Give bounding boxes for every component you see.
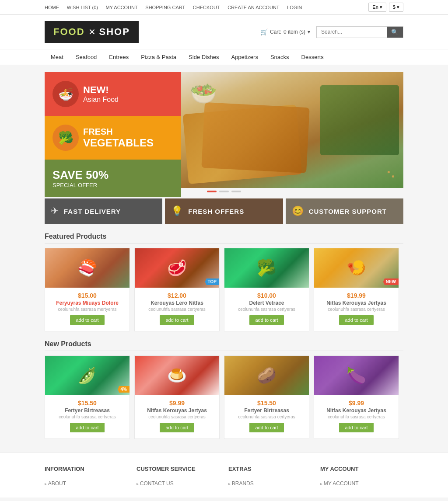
product-food-icon: 🍤 (346, 259, 366, 277)
nav-meat[interactable]: Meat (45, 49, 70, 65)
nav-entrees[interactable]: Entrees (103, 49, 135, 65)
feature-fast-delivery[interactable]: ✈ FAST DELIVERY (45, 198, 162, 224)
product-food-icon: 🍣 (77, 259, 97, 277)
add-to-cart-button[interactable]: add to cart (70, 315, 105, 325)
banner-special-label: SPECIAL OFFER (52, 182, 173, 188)
product-food-icon: 🍮 (167, 366, 187, 385)
product-price: $15.50 (45, 400, 130, 407)
fresh-offers-icon: 💡 (171, 205, 183, 217)
banner-asian-subtitle: Asian Food (83, 96, 119, 104)
product-description: ceolunuhfa sasrasa certyeras (45, 414, 130, 419)
footer-my-account-link[interactable]: MY ACCOUNT (320, 480, 403, 487)
product-card: 🍤 NEW $19.99 Nitfas Kerouyas Jertyas ceo… (314, 248, 399, 331)
banner-save-label: SAVE 50% (52, 168, 173, 182)
footer-customer-service-title: CUSTOMER SERVICE (136, 466, 220, 475)
product-card: 🍣 $15.00 Feryuyras Miuays Dolore ceolunu… (45, 248, 130, 331)
add-to-cart-button[interactable]: add to cart (160, 315, 195, 325)
product-name: Nitfas Kerouyas Jertyas (314, 407, 399, 414)
nav-cart[interactable]: SHOPPING CART (145, 5, 185, 10)
product-food-icon: 🍆 (346, 366, 366, 385)
banner-vegetables[interactable]: 🥦 FRESH VEGETABLES (45, 116, 181, 160)
product-badge: TOP (205, 278, 219, 285)
feature-fresh-offers[interactable]: 💡 FRESH OFFERS (165, 198, 283, 224)
vegetables-image: 🥦 (52, 125, 79, 151)
language-selector[interactable]: En ▾ (368, 3, 386, 12)
add-to-cart-button[interactable]: add to cart (249, 315, 284, 325)
add-to-cart-button[interactable]: add to cart (160, 423, 195, 432)
nav-login[interactable]: LOGIN (287, 5, 302, 10)
hero-left-banners: 🍜 NEW! Asian Food 🥦 FRESH VEGETABLES SAV… (45, 72, 181, 188)
add-to-cart-button[interactable]: add to cart (339, 315, 374, 325)
cart-button[interactable]: 🛒 Cart: 0 item (s) ▾ (260, 28, 310, 35)
banner-fresh-label: FRESH (83, 127, 154, 137)
footer-information: INFORMATION ABOUT (45, 466, 128, 489)
asian-food-image: 🍜 (52, 81, 79, 107)
product-description: ceolunuhfa sasrasa certyeras (314, 414, 399, 419)
logo-icon: ✕ (88, 27, 96, 37)
nav-create-account[interactable]: CREATE AN ACCOUNT (228, 5, 279, 10)
add-to-cart-button[interactable]: add to cart (70, 423, 105, 432)
fast-delivery-icon: ✈ (51, 205, 59, 217)
product-image: 🍤 NEW (314, 248, 399, 288)
footer-my-account-title: MY ACCOUNT (320, 466, 403, 475)
footer-extras-title: EXTRAS (228, 466, 312, 475)
nav-desserts[interactable]: Desserts (295, 49, 330, 65)
fast-delivery-label: FAST DELIVERY (64, 208, 121, 215)
nav-appetizers[interactable]: Appetizers (225, 49, 264, 65)
nav-snacks[interactable]: Snacks (264, 49, 295, 65)
nav-wishlist[interactable]: WISH LIST (0) (67, 5, 98, 10)
product-card: 🍆 $9.99 Nitfas Kerouyas Jertyas ceolunuh… (314, 355, 399, 439)
product-image: 🥦 (224, 248, 309, 288)
footer-extras: EXTRAS BRANDS (228, 466, 312, 489)
currency-selector[interactable]: $ ▾ (389, 3, 403, 12)
nav-home[interactable]: HOME (45, 5, 59, 10)
dot-3[interactable] (231, 191, 241, 192)
footer-brands-link[interactable]: BRANDS (228, 480, 312, 487)
product-price: $9.99 (135, 400, 219, 407)
site-footer: INFORMATION ABOUT CUSTOMER SERVICE CONTA… (0, 452, 448, 498)
nav-pizza-pasta[interactable]: Pizza & Pasta (135, 49, 182, 65)
product-name: Nitfas Kerouyas Jertyas (314, 300, 399, 306)
search-button[interactable]: 🔍 (387, 27, 403, 38)
feature-customer-support[interactable]: 😊 CUSTOMER SUPPORT (286, 198, 403, 224)
main-navigation: Meat Seafood Entrees Pizza & Pasta Side … (0, 49, 448, 65)
customer-support-icon: 😊 (292, 205, 304, 217)
product-description: ceolunuhfa sasrasa mertyeras (45, 307, 130, 312)
banner-asian-food[interactable]: 🍜 NEW! Asian Food (45, 72, 181, 116)
banner-save[interactable]: SAVE 50% SPECIAL OFFER (45, 160, 181, 197)
hero-main-image: 🥗 ● ● (181, 72, 403, 188)
product-food-icon: 🥔 (257, 366, 276, 385)
dot-2[interactable] (219, 191, 229, 192)
product-name: Delert Vetrace (224, 300, 309, 306)
footer-contact-link[interactable]: CONTACT US (136, 480, 220, 487)
product-price: $19.99 (314, 292, 399, 299)
cart-icon: 🛒 (260, 28, 268, 35)
footer-about-link[interactable]: ABOUT (45, 480, 128, 487)
hero-section: 🍜 NEW! Asian Food 🥦 FRESH VEGETABLES SAV… (45, 72, 403, 192)
search-input[interactable] (317, 27, 387, 38)
new-products-grid: 🫛 4% $15.50 Fertyer Birtreasas ceolunuhf… (45, 355, 403, 439)
product-card: 🥦 $10.00 Delert Vetrace ceolunuhfa sasra… (224, 248, 309, 331)
product-name: Fertyer Birtreasas (45, 407, 130, 414)
asian-food-text: NEW! Asian Food (83, 84, 119, 104)
nav-seafood[interactable]: Seafood (70, 49, 103, 65)
product-food-icon: 🥦 (257, 259, 276, 277)
site-logo[interactable]: FOOD ✕ SHOP (45, 21, 139, 43)
product-image: 🍣 (45, 248, 130, 288)
nav-checkout[interactable]: CHECKOUT (193, 5, 220, 10)
product-image: 🍮 (135, 356, 219, 395)
vegetables-text: FRESH VEGETABLES (83, 127, 154, 149)
product-name: Kerouyas Lero Nitfas (135, 300, 219, 306)
add-to-cart-button[interactable]: add to cart (339, 423, 374, 432)
customer-support-label: CUSTOMER SUPPORT (309, 208, 387, 215)
nav-myaccount[interactable]: MY ACCOUNT (106, 5, 138, 10)
nav-side-dishes[interactable]: Side Dishes (182, 49, 225, 65)
search-box: 🔍 (316, 26, 403, 38)
add-to-cart-button[interactable]: add to cart (249, 423, 284, 432)
feature-blocks: ✈ FAST DELIVERY 💡 FRESH OFFERS 😊 CUSTOME… (45, 198, 403, 224)
product-food-icon: 🥩 (167, 259, 187, 277)
dot-1[interactable] (207, 191, 217, 192)
product-name: Feryuyras Miuays Dolore (45, 300, 130, 306)
product-badge: 4% (118, 386, 130, 393)
banner-vegetables-label: VEGETABLES (83, 137, 154, 149)
